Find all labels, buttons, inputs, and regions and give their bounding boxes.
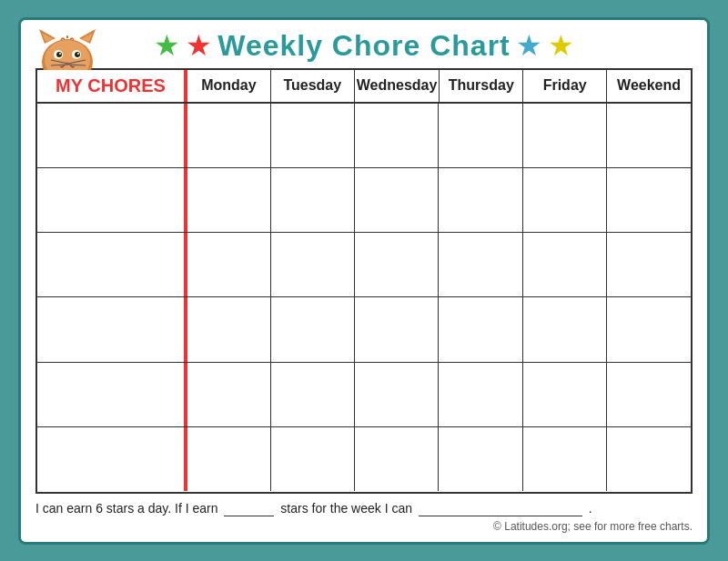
tuesday-header: Tuesday [271,70,355,102]
table-row [37,363,691,427]
svg-point-11 [77,53,79,55]
svg-point-8 [56,52,62,57]
day-cell [439,427,522,491]
day-cell [607,233,691,296]
day-cell [187,427,271,491]
table-row [37,104,691,168]
chore-cell [37,233,187,296]
svg-point-9 [75,52,80,57]
day-cell [607,297,691,361]
day-cell [271,427,355,491]
day-cell [271,297,355,361]
page-header: ★ ★ Weekly Chore Chart ★ ★ [35,29,693,63]
day-cell [355,297,439,361]
page-container: ★ ★ Weekly Chore Chart ★ ★ MY CHORES Mon… [18,17,710,545]
day-cell [187,104,271,167]
day-cell [355,104,439,167]
day-cell [355,168,439,232]
day-cell [271,363,355,426]
monday-header: Monday [187,70,271,102]
star-blue-icon: ★ [516,31,542,60]
chore-cell [37,427,187,491]
day-cell [607,363,691,426]
table-row [37,427,691,491]
footer: I can earn 6 stars a day. If I earn star… [35,501,693,533]
svg-point-10 [59,53,61,55]
star-green-icon: ★ [154,31,180,60]
table-row [37,168,691,233]
day-cell [439,168,522,232]
day-cell [187,233,271,296]
star-gold-icon: ★ [548,31,574,60]
weekend-header: Weekend [607,70,691,102]
footer-text-mid: stars for the week I can [280,501,412,516]
reward-blank [419,501,582,516]
day-cell [523,363,607,426]
day-cell [523,233,607,296]
day-cell [187,363,271,426]
chore-cell [37,363,187,426]
table-body [37,104,691,492]
footer-text-end: . [589,501,592,516]
day-cell [439,363,522,426]
day-cell [271,104,355,167]
day-cell [607,427,691,491]
day-cell [439,297,522,361]
table-header-row: MY CHORES Monday Tuesday Wednesday Thurs… [37,70,691,104]
stars-blank [224,501,274,516]
day-cell [607,168,691,232]
table-row [37,233,691,297]
day-cell [271,168,355,232]
day-cell [523,427,607,491]
chore-chart-table: MY CHORES Monday Tuesday Wednesday Thurs… [35,68,693,494]
day-cell [439,104,522,167]
friday-header: Friday [523,70,607,102]
footer-credit: © Latitudes.org; see for more free chart… [35,520,693,533]
day-cell [523,168,607,232]
page-title: Weekly Chore Chart [217,29,511,63]
chore-cell [37,104,187,167]
chores-label: MY CHORES [56,75,166,96]
chore-cell [37,168,187,232]
day-cell [439,233,522,296]
thursday-header: Thursday [440,70,523,102]
day-cell [271,233,355,296]
footer-text-pre: I can earn 6 stars a day. If I earn [35,501,218,516]
table-row [37,297,691,362]
wednesday-header: Wednesday [355,70,440,102]
day-cell [523,297,607,361]
chores-column-header: MY CHORES [37,70,187,102]
day-cell [355,427,439,491]
day-cell [355,363,439,426]
header-title-area: ★ ★ Weekly Chore Chart ★ ★ [154,29,574,63]
chore-cell [37,297,187,361]
day-cell [355,233,439,296]
footer-text: I can earn 6 stars a day. If I earn star… [35,501,693,516]
day-cell [523,104,607,167]
day-cell [187,168,271,232]
day-cell [187,297,271,361]
star-red-icon: ★ [186,31,212,60]
day-cell [607,104,691,167]
